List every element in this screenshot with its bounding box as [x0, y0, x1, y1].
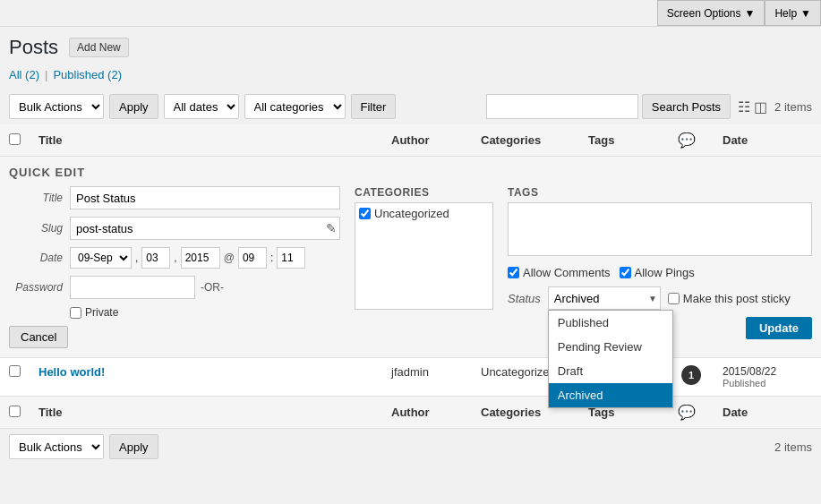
footer-cb-header	[0, 397, 30, 429]
title-label: Title	[9, 192, 63, 204]
uncategorized-label: Uncategorized	[374, 207, 449, 220]
date-sep2: ,	[174, 252, 176, 264]
slug-input[interactable]	[70, 217, 340, 240]
status-dropdown: Published Pending Review Draft Archived	[548, 310, 673, 408]
day-input[interactable]	[141, 247, 170, 269]
status-select[interactable]: Archived Published Pending Review Draft	[548, 286, 661, 310]
footer-comment-icon: 💬	[678, 405, 696, 420]
select-all-checkbox[interactable]	[9, 133, 21, 145]
select-all-header	[0, 124, 30, 157]
categories-column-header: Categories	[472, 124, 579, 157]
password-input[interactable]	[70, 276, 195, 299]
update-button[interactable]: Update	[746, 317, 812, 339]
status-option-archived[interactable]: Archived	[549, 383, 672, 407]
list-view-icon[interactable]: ☷	[738, 98, 750, 115]
private-label: Private	[70, 306, 340, 319]
row-checkbox[interactable]	[9, 365, 21, 377]
categories-box[interactable]: Uncategorized	[355, 202, 493, 310]
slug-edit-icon: ✎	[326, 221, 337, 235]
row-date-cell: 2015/08/22 Published	[714, 358, 821, 397]
allow-comments-label: Allow Comments	[508, 266, 611, 279]
posts-table-wrap: Title Author Categories Tags 💬 Date QUIC…	[0, 124, 821, 429]
status-select-wrap: Archived Published Pending Review Draft …	[548, 286, 661, 310]
date-field: Date 09-Sep , ,	[9, 247, 340, 269]
checkboxes-row: Allow Comments Allow Pings	[508, 266, 812, 279]
categories-filter-select[interactable]: All categories	[244, 94, 346, 119]
status-label: Status	[508, 292, 541, 305]
page-header: Posts Add New	[0, 27, 821, 64]
table-header-row: Title Author Categories Tags 💬 Date	[0, 124, 821, 157]
quick-edit-middle: Categories Uncategorized	[355, 186, 493, 348]
allow-comments-checkbox[interactable]	[508, 267, 519, 278]
row-checkbox-cell	[0, 358, 30, 397]
comment-count-badge[interactable]: 1	[681, 365, 701, 385]
bulk-actions-select[interactable]: Bulk Actions	[9, 94, 104, 119]
status-option-published[interactable]: Published	[549, 311, 672, 335]
search-input[interactable]	[486, 94, 638, 119]
quick-edit-row: QUICK EDIT Title Slug	[0, 157, 821, 358]
top-bar: Screen Options ▼ Help ▼	[0, 0, 821, 27]
footer-title-header: Title	[30, 397, 382, 429]
screen-options-label: Screen Options	[667, 7, 741, 20]
password-row: -OR-	[70, 276, 224, 299]
footer-select-all-checkbox[interactable]	[9, 406, 21, 417]
private-row: Private	[9, 306, 340, 319]
year-input[interactable]	[181, 247, 220, 269]
page-title: Posts	[9, 36, 58, 59]
date-value: 2015/08/22	[723, 365, 812, 378]
hour-input[interactable]	[238, 247, 267, 269]
uncategorized-checkbox[interactable]	[359, 208, 371, 219]
date-label: Date	[9, 252, 63, 264]
filter-links: All (2) | Published (2)	[0, 64, 821, 89]
month-select[interactable]: 09-Sep	[70, 247, 132, 269]
search-posts-button[interactable]: Search Posts	[642, 94, 731, 119]
slug-label: Slug	[9, 222, 63, 235]
tablenav-right: Search Posts ☷ ◫ 2 items	[486, 94, 812, 119]
quick-edit-main: Title Slug ✎	[9, 186, 812, 348]
bottom-apply-button[interactable]: Apply	[109, 434, 158, 459]
minute-input[interactable]	[277, 247, 305, 269]
status-option-pending[interactable]: Pending Review	[549, 335, 672, 359]
apply-button[interactable]: Apply	[109, 94, 158, 119]
quick-edit-right: Tags Allow Comments Allow	[508, 186, 812, 348]
published-filter-link[interactable]: Published (2)	[53, 68, 122, 81]
allow-pings-checkbox[interactable]	[620, 267, 631, 278]
status-dropdown-wrap: Archived Published Pending Review Draft …	[548, 286, 661, 310]
search-box: Search Posts	[486, 94, 731, 119]
screen-options-button[interactable]: Screen Options ▼	[657, 0, 765, 26]
status-option-draft[interactable]: Draft	[549, 359, 672, 383]
footer-date-header: Date	[714, 397, 821, 429]
row-author-cell: jfadmin	[382, 358, 472, 397]
title-input[interactable]	[70, 186, 340, 209]
cancel-button[interactable]: Cancel	[9, 326, 68, 348]
tags-column-header: Tags	[579, 124, 669, 157]
title-column-header[interactable]: Title	[30, 124, 382, 157]
tablenav-left: Bulk Actions Apply All dates All categor…	[9, 94, 396, 119]
bottom-items-count: 2 items	[774, 440, 812, 454]
tags-textarea[interactable]	[508, 202, 812, 256]
items-count: 2 items	[774, 100, 812, 114]
time-colon: :	[270, 252, 273, 264]
footer-comments-header: 💬	[669, 397, 714, 429]
bottom-bulk-actions-select[interactable]: Bulk Actions	[9, 434, 104, 459]
sticky-checkbox[interactable]	[668, 293, 680, 304]
password-field: Password -OR-	[9, 276, 340, 299]
grid-view-icon[interactable]: ◫	[754, 98, 767, 115]
all-filter-link[interactable]: All (2)	[9, 68, 39, 81]
post-title-link[interactable]: Hello world!	[38, 365, 105, 379]
title-field: Title	[9, 186, 340, 209]
help-label: Help	[774, 7, 797, 20]
filter-button[interactable]: Filter	[351, 94, 397, 119]
date-sep1: ,	[135, 252, 138, 264]
view-icons: ☷ ◫	[738, 98, 767, 115]
comments-column-header: 💬	[669, 124, 714, 157]
quick-edit-buttons: Cancel	[9, 326, 340, 348]
dates-filter-select[interactable]: All dates	[164, 94, 239, 119]
add-new-button[interactable]: Add New	[69, 38, 129, 57]
date-status: Published	[723, 378, 812, 389]
help-chevron-icon: ▼	[800, 7, 811, 20]
at-label: @	[224, 252, 235, 264]
date-row: 09-Sep , , @ :	[70, 247, 305, 269]
private-checkbox[interactable]	[70, 307, 81, 319]
help-button[interactable]: Help ▼	[765, 0, 821, 26]
